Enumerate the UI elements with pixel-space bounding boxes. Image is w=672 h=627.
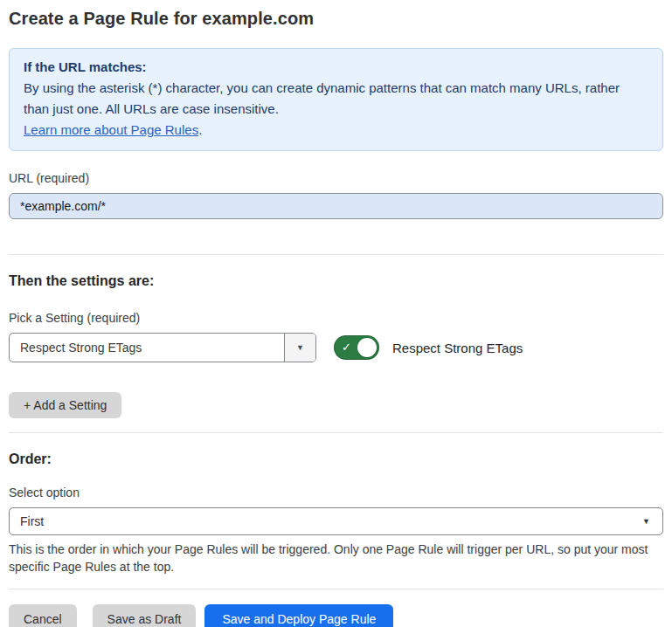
info-box-body: By using the asterisk (*) character, you… [24,78,648,120]
page-title: Create a Page Rule for example.com [9,9,663,29]
divider [9,254,663,255]
save-and-deploy-button[interactable]: Save and Deploy Page Rule [204,604,393,627]
setting-row: Respect Strong ETags ▼ ✓ Respect Strong … [9,333,663,362]
settings-section-heading: Then the settings are: [9,272,663,290]
check-icon: ✓ [342,341,351,353]
create-page-rule-form: Create a Page Rule for example.com If th… [0,0,672,627]
info-box-link-line: Learn more about Page Rules. [24,120,648,141]
setting-select[interactable]: Respect Strong ETags ▼ [9,333,316,362]
order-select-label: Select option [9,486,663,500]
learn-more-link[interactable]: Learn more about Page Rules [24,122,198,137]
cancel-button[interactable]: Cancel [9,604,77,627]
etags-toggle[interactable]: ✓ [334,335,379,360]
order-select[interactable]: First ▼ [9,507,663,535]
pick-setting-label: Pick a Setting (required) [9,311,663,326]
save-as-draft-button[interactable]: Save as Draft [93,604,197,627]
add-setting-button[interactable]: + Add a Setting [9,392,121,418]
url-label: URL (required) [9,171,663,186]
toggle-knob [357,338,377,357]
url-input[interactable] [9,193,663,219]
link-period: . [198,122,202,137]
divider [9,589,663,589]
order-select-value: First [20,514,44,528]
dropdown-arrow-icon[interactable]: ▼ [284,334,315,362]
footer-actions: Cancel Save as Draft Save and Deploy Pag… [9,604,663,627]
divider [9,432,663,433]
url-match-info-box: If the URL matches: By using the asteris… [9,48,663,151]
order-section-heading: Order: [9,451,663,468]
setting-select-value: Respect Strong ETags [10,334,284,362]
info-box-heading: If the URL matches: [24,57,648,78]
chevron-down-icon: ▼ [642,517,650,526]
order-help-text: This is the order in which your Page Rul… [9,541,663,575]
toggle-label: Respect Strong ETags [392,341,523,355]
